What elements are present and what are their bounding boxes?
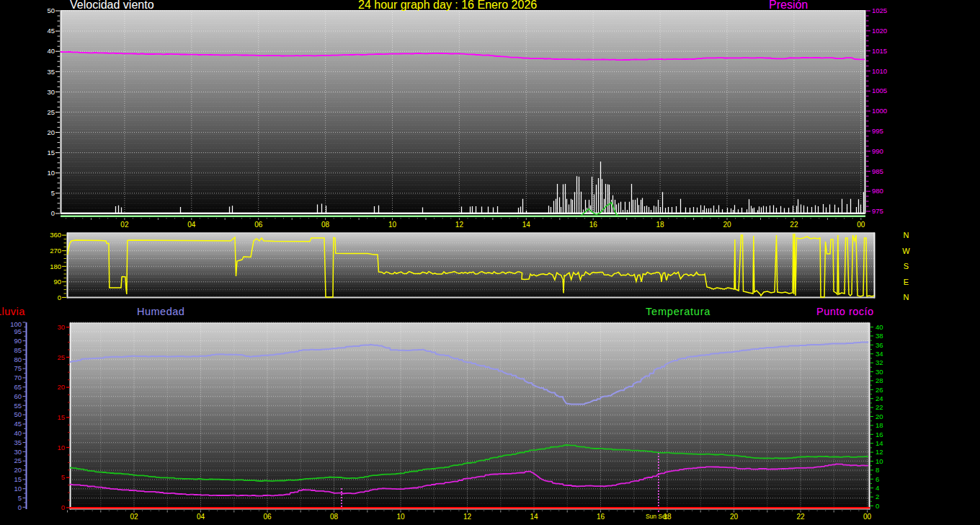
svg-text:0: 0 <box>51 209 55 217</box>
svg-text:50: 50 <box>47 6 55 14</box>
svg-text:1020: 1020 <box>872 27 887 35</box>
svg-text:22: 22 <box>876 403 883 411</box>
svg-text:20: 20 <box>730 513 739 521</box>
svg-text:20: 20 <box>47 128 55 136</box>
svg-text:5: 5 <box>18 494 22 502</box>
svg-text:14: 14 <box>522 221 531 229</box>
svg-text:1015: 1015 <box>872 47 887 55</box>
svg-text:270: 270 <box>50 247 61 255</box>
svg-text:85: 85 <box>14 346 22 354</box>
svg-text:50: 50 <box>14 410 22 418</box>
svg-text:5: 5 <box>51 189 55 197</box>
svg-text:14: 14 <box>530 513 538 521</box>
svg-text:16: 16 <box>597 513 605 521</box>
svg-text:60: 60 <box>14 392 22 400</box>
svg-text:26: 26 <box>876 386 883 394</box>
svg-text:35: 35 <box>14 438 22 446</box>
svg-text:180: 180 <box>50 262 61 270</box>
svg-text:1005: 1005 <box>872 87 887 94</box>
svg-text:25: 25 <box>47 108 55 116</box>
svg-text:70: 70 <box>14 374 22 381</box>
svg-text:08: 08 <box>321 221 330 229</box>
svg-text:80: 80 <box>14 356 22 363</box>
svg-text:30: 30 <box>14 448 22 456</box>
svg-text:04: 04 <box>187 221 196 229</box>
svg-text:990: 990 <box>872 147 883 155</box>
svg-text:980: 980 <box>872 187 883 195</box>
svg-text:38: 38 <box>876 332 883 340</box>
svg-text:100: 100 <box>10 320 22 328</box>
svg-text:08: 08 <box>330 513 339 521</box>
svg-text:06: 06 <box>254 221 263 229</box>
svg-text:14: 14 <box>876 439 883 447</box>
svg-text:40: 40 <box>876 323 883 331</box>
svg-text:S: S <box>904 262 909 270</box>
svg-text:04: 04 <box>197 513 205 521</box>
svg-text:22: 22 <box>790 221 798 229</box>
svg-text:985: 985 <box>872 167 883 175</box>
svg-text:30: 30 <box>57 323 65 331</box>
svg-text:975: 975 <box>872 207 883 215</box>
svg-text:20: 20 <box>57 383 65 391</box>
svg-text:1000: 1000 <box>872 107 887 115</box>
svg-text:15: 15 <box>14 475 22 483</box>
svg-text:02: 02 <box>130 513 138 521</box>
svg-text:30: 30 <box>876 368 883 376</box>
svg-text:02: 02 <box>120 221 129 229</box>
svg-text:20: 20 <box>876 412 883 420</box>
svg-text:00: 00 <box>857 221 865 229</box>
svg-text:N: N <box>904 293 909 301</box>
svg-text:0: 0 <box>61 503 65 511</box>
svg-text:0: 0 <box>876 502 879 510</box>
svg-text:36: 36 <box>876 341 883 349</box>
svg-text:15: 15 <box>57 413 65 421</box>
svg-text:18: 18 <box>876 421 883 429</box>
svg-text:15: 15 <box>47 149 55 156</box>
svg-text:16: 16 <box>589 221 598 229</box>
svg-text:30: 30 <box>47 88 55 96</box>
svg-text:40: 40 <box>47 47 55 55</box>
svg-text:1010: 1010 <box>872 67 887 75</box>
svg-text:45: 45 <box>14 420 22 428</box>
svg-text:6: 6 <box>876 475 879 483</box>
svg-text:12: 12 <box>876 448 883 456</box>
svg-text:Punto rocío: Punto rocío <box>816 306 874 317</box>
svg-text:10: 10 <box>388 221 397 229</box>
svg-text:10: 10 <box>876 457 883 465</box>
svg-text:W: W <box>902 247 910 255</box>
svg-text:12: 12 <box>455 221 464 229</box>
svg-text:Temperatura: Temperatura <box>646 306 710 317</box>
svg-text:24: 24 <box>876 394 883 402</box>
svg-text:360: 360 <box>50 231 61 239</box>
svg-text:4: 4 <box>876 484 879 492</box>
svg-text:10: 10 <box>47 169 55 177</box>
svg-text:32: 32 <box>876 358 883 366</box>
svg-text:20: 20 <box>14 466 22 474</box>
svg-text:16: 16 <box>876 431 883 438</box>
svg-text:10: 10 <box>57 444 65 451</box>
svg-text:95: 95 <box>14 327 22 335</box>
svg-text:Sun Set: Sun Set <box>646 513 668 520</box>
svg-text:N: N <box>904 231 909 239</box>
svg-text:2: 2 <box>876 493 879 500</box>
svg-text:24 hour graph day : 16 Enero 2: 24 hour graph day : 16 Enero 2026 <box>358 0 537 11</box>
svg-text:Velocidad viento: Velocidad viento <box>70 0 154 11</box>
svg-text:0: 0 <box>58 294 61 301</box>
svg-text:12: 12 <box>463 513 472 521</box>
svg-text:0: 0 <box>18 503 22 511</box>
svg-text:Humedad: Humedad <box>137 306 184 317</box>
svg-text:00: 00 <box>863 513 872 521</box>
svg-text:25: 25 <box>57 353 65 361</box>
svg-text:10: 10 <box>14 485 22 493</box>
svg-text:Lluvia: Lluvia <box>0 306 25 317</box>
svg-text:10: 10 <box>396 513 405 521</box>
svg-text:90: 90 <box>53 278 61 286</box>
svg-text:45: 45 <box>47 27 55 35</box>
svg-text:75: 75 <box>14 364 22 372</box>
svg-text:35: 35 <box>47 68 55 76</box>
svg-text:22: 22 <box>796 513 805 521</box>
svg-text:8: 8 <box>876 466 879 474</box>
svg-text:25: 25 <box>14 456 22 464</box>
svg-text:40: 40 <box>14 429 22 437</box>
svg-text:E: E <box>904 278 909 286</box>
